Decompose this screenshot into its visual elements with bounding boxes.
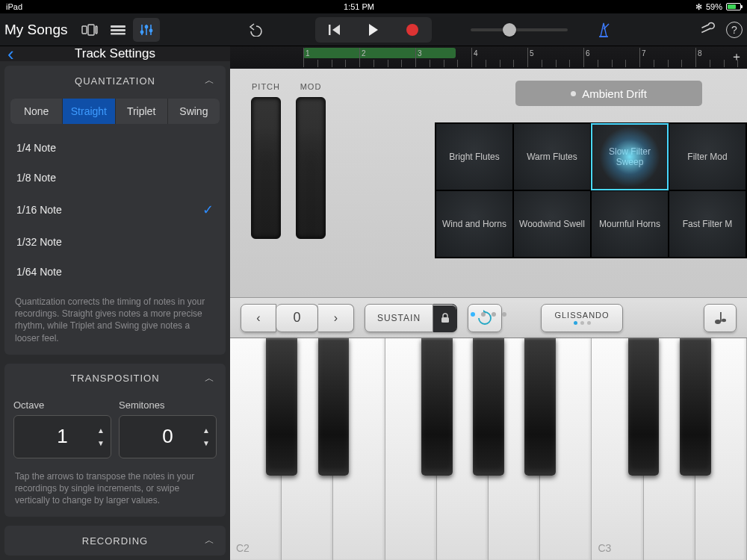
recording-header[interactable]: RECORDING ︿ <box>4 526 226 556</box>
quantization-mode-segment: None Straight Triplet Swing <box>10 99 220 124</box>
master-volume-slider[interactable] <box>471 28 568 31</box>
pad-slow-filter-sweep[interactable]: Slow Filter Sweep <box>591 123 669 190</box>
chevron-up-icon: ︿ <box>205 534 215 547</box>
sustain-button[interactable]: SUSTAIN <box>365 304 433 332</box>
rewind-button[interactable] <box>315 17 354 43</box>
white-key[interactable] <box>333 338 385 560</box>
arpeggiator-button[interactable] <box>468 304 502 332</box>
seg-swing[interactable]: Swing <box>168 99 220 124</box>
svg-rect-0 <box>82 26 87 34</box>
help-button[interactable]: ? <box>726 22 743 38</box>
record-icon <box>406 24 418 36</box>
svg-point-6 <box>140 30 144 34</box>
glissando-button[interactable]: GLISSANDO <box>541 304 623 332</box>
quant-1-64[interactable]: 1/64 Note <box>4 257 226 287</box>
pad-woodwind-swell[interactable]: Woodwind Swell <box>513 190 591 258</box>
svg-point-13 <box>715 320 721 324</box>
transposition-help: Tap the arrows to transpose the notes in… <box>4 464 226 517</box>
pad-filter-mod[interactable]: Filter Mod <box>669 123 746 190</box>
preset-dot-icon <box>571 91 576 96</box>
undo-button[interactable] <box>242 18 269 42</box>
white-key[interactable]: C3 <box>592 338 643 560</box>
quant-1-16[interactable]: 1/16 Note✓ <box>4 193 226 227</box>
svg-point-15 <box>722 318 726 321</box>
quant-1-32[interactable]: 1/32 Note <box>4 227 226 257</box>
white-key[interactable] <box>695 338 747 560</box>
quant-1-4[interactable]: 1/4 Note <box>4 133 226 163</box>
autoplay-pad-grid: Bright Flutes Warm Flutes Slow Filter Sw… <box>435 122 747 258</box>
battery-pct: 59% <box>706 2 722 11</box>
seg-straight[interactable]: Straight <box>63 99 115 124</box>
arrow-down-icon[interactable]: ▼ <box>202 439 210 447</box>
svg-point-8 <box>149 28 153 32</box>
mod-label: MOD <box>300 82 322 91</box>
keyboard-controls-bar: ‹ 0 › SUSTAIN GLISSANDO <box>230 297 747 337</box>
tracks-view-button[interactable] <box>105 18 131 42</box>
arrow-down-icon[interactable]: ▼ <box>97 439 105 447</box>
mod-wheel[interactable] <box>296 97 326 239</box>
back-button[interactable]: ‹ <box>7 43 14 66</box>
svg-rect-1 <box>88 25 94 35</box>
svg-rect-5 <box>111 33 125 35</box>
arrow-up-icon[interactable]: ▲ <box>202 426 210 435</box>
quantization-help: Quantization corrects the timing of note… <box>4 290 226 355</box>
browser-view-button[interactable] <box>76 18 103 42</box>
pitch-label: PITCH <box>252 82 280 91</box>
preset-selector[interactable]: Ambient Drift <box>515 81 702 106</box>
octave-display[interactable]: 0 <box>276 304 318 332</box>
quantization-header[interactable]: QUANTIZATION ︿ <box>4 66 226 96</box>
octave-up-button[interactable]: › <box>318 304 354 332</box>
instrument-area: ＋ 123456789 Ambient Drift PITCH MOD Brig… <box>230 46 747 560</box>
track-settings-button[interactable] <box>133 18 160 42</box>
arrow-up-icon[interactable]: ▲ <box>97 426 105 435</box>
white-key[interactable] <box>489 338 540 560</box>
smart-instrument-panel: Ambient Drift PITCH MOD Bright Flutes Wa… <box>230 69 747 297</box>
pad-bright-flutes[interactable]: Bright Flutes <box>436 123 513 190</box>
pad-mournful-horns[interactable]: Mournful Horns <box>591 190 669 258</box>
white-key[interactable]: C2 <box>230 338 282 560</box>
octave-down-button[interactable]: ‹ <box>241 304 276 332</box>
svg-rect-3 <box>111 25 125 28</box>
battery-icon <box>726 3 741 10</box>
svg-rect-9 <box>329 25 331 35</box>
record-button[interactable] <box>393 17 432 43</box>
checkmark-icon: ✓ <box>202 202 214 218</box>
panel-title: Track Settings <box>75 46 155 61</box>
play-button[interactable] <box>354 17 393 43</box>
white-key[interactable] <box>540 338 592 560</box>
track-settings-panel: ‹ Track Settings QUANTIZATION ︿ None Str… <box>0 46 230 560</box>
svg-rect-2 <box>96 26 97 34</box>
transport-controls <box>315 17 432 43</box>
add-section-button[interactable]: ＋ <box>731 49 743 65</box>
octave-stepper[interactable]: 1 ▲▼ <box>13 415 111 458</box>
my-songs-button[interactable]: My Songs <box>4 22 67 38</box>
pad-wind-and-horns[interactable]: Wind and Horns <box>436 190 513 258</box>
chevron-up-icon: ︿ <box>205 74 215 87</box>
white-key[interactable] <box>437 338 489 560</box>
page-indicator[interactable] <box>230 312 747 317</box>
semitones-stepper[interactable]: 0 ▲▼ <box>119 415 217 458</box>
device-label: iPad <box>6 2 22 11</box>
quantization-section: QUANTIZATION ︿ None Straight Triplet Swi… <box>4 66 226 355</box>
timeline-ruler[interactable]: ＋ 123456789 <box>230 46 747 69</box>
octave-label: Octave <box>13 399 111 411</box>
settings-wrench-button[interactable] <box>699 22 716 38</box>
quant-1-8[interactable]: 1/8 Note <box>4 163 226 193</box>
transposition-header[interactable]: TRANSPOSITION ︿ <box>4 364 226 393</box>
white-key[interactable] <box>385 338 437 560</box>
piano-keyboard[interactable]: C2 C3 <box>230 337 747 560</box>
recording-section: RECORDING ︿ <box>4 526 226 556</box>
pitch-wheel[interactable] <box>251 97 281 239</box>
pad-warm-flutes[interactable]: Warm Flutes <box>513 123 591 190</box>
seg-triplet[interactable]: Triplet <box>116 99 168 124</box>
svg-point-7 <box>145 25 149 28</box>
sustain-lock-button[interactable] <box>433 304 457 332</box>
song-region[interactable] <box>303 48 456 58</box>
metronome-button[interactable] <box>590 18 617 42</box>
pad-fast-filter[interactable]: Fast Filter M <box>669 190 746 258</box>
seg-none[interactable]: None <box>10 99 63 124</box>
scale-button[interactable] <box>704 304 737 332</box>
white-key[interactable] <box>282 338 333 560</box>
white-key[interactable] <box>644 338 695 560</box>
transposition-section: TRANSPOSITION ︿ Octave 1 ▲▼ Semitones 0 … <box>4 364 226 517</box>
